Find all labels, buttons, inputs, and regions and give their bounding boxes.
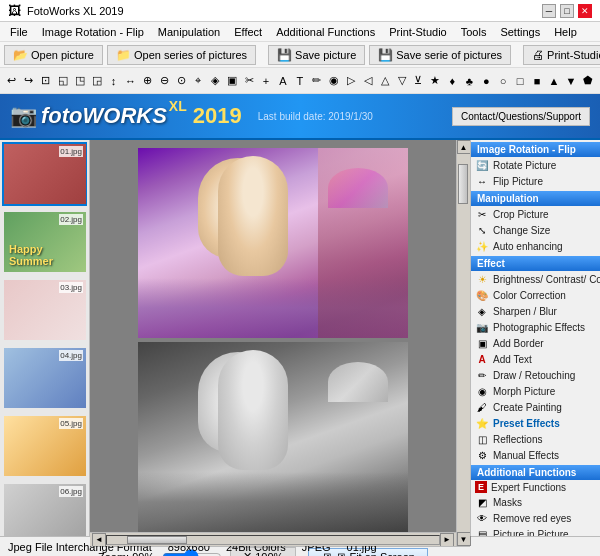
sharpen-blur-item[interactable]: ◈ Sharpen / Blur bbox=[471, 303, 600, 319]
tool-34[interactable]: ▼ bbox=[563, 71, 579, 91]
brightness-item[interactable]: ☀ Brightness/ Contrast/ Color bbox=[471, 271, 600, 287]
save-picture-button[interactable]: 💾 Save picture bbox=[268, 45, 365, 65]
create-painting-item[interactable]: 🖌 Create Painting bbox=[471, 399, 600, 415]
contact-button[interactable]: Contact/Questions/Support bbox=[452, 107, 590, 126]
tool-21[interactable]: ▷ bbox=[343, 71, 359, 91]
thumb-item-2[interactable]: HappySummer 02.jpg bbox=[2, 210, 87, 274]
titlebar-title-area: 🖼 FotoWorks XL 2019 bbox=[8, 3, 124, 18]
tool-9[interactable]: ⊕ bbox=[140, 71, 156, 91]
tool-13[interactable]: ◈ bbox=[207, 71, 223, 91]
tool-16[interactable]: + bbox=[258, 71, 274, 91]
morph-picture-item[interactable]: ◉ Morph Picture bbox=[471, 383, 600, 399]
tool-20[interactable]: ◉ bbox=[326, 71, 342, 91]
thumb-item-4[interactable]: 04.jpg bbox=[2, 346, 87, 410]
remove-red-eyes-item[interactable]: 👁 Remove red eyes bbox=[471, 510, 600, 526]
vscroll-up-arrow[interactable]: ▲ bbox=[457, 140, 471, 154]
menu-print[interactable]: Print-Studio bbox=[383, 24, 452, 40]
add-border-item[interactable]: ▣ Add Border bbox=[471, 335, 600, 351]
hscroll-thumb[interactable] bbox=[127, 536, 187, 544]
menu-tools[interactable]: Tools bbox=[455, 24, 493, 40]
tool-19[interactable]: ✏ bbox=[309, 71, 325, 91]
tool-10[interactable]: ⊖ bbox=[156, 71, 172, 91]
tool-12[interactable]: ⌖ bbox=[190, 71, 206, 91]
tool-5[interactable]: ◳ bbox=[72, 71, 88, 91]
menu-manipulation[interactable]: Manipulation bbox=[152, 24, 226, 40]
thumb-item-1[interactable]: 01.jpg bbox=[2, 142, 87, 206]
tool-3[interactable]: ⊡ bbox=[38, 71, 54, 91]
redo-icon-btn[interactable]: ↪ bbox=[21, 71, 37, 91]
tool-24[interactable]: ▽ bbox=[394, 71, 410, 91]
vscroll-track[interactable] bbox=[458, 154, 470, 532]
tool-8[interactable]: ↔ bbox=[123, 71, 139, 91]
manual-effects-label: Manual Effects bbox=[493, 450, 559, 461]
add-text-item[interactable]: A Add Text bbox=[471, 351, 600, 367]
menu-settings[interactable]: Settings bbox=[494, 24, 546, 40]
tool-25[interactable]: ⊻ bbox=[411, 71, 427, 91]
horizontal-scrollbar[interactable]: ◄ ► bbox=[90, 532, 456, 546]
vertical-scrollbar[interactable]: ▲ ▼ bbox=[456, 140, 470, 546]
tool-35[interactable]: ⬟ bbox=[580, 71, 596, 91]
tool-4[interactable]: ◱ bbox=[55, 71, 71, 91]
thumb-item-3[interactable]: 03.jpg bbox=[2, 278, 87, 342]
tool-23[interactable]: △ bbox=[377, 71, 393, 91]
close-button[interactable]: ✕ bbox=[578, 4, 592, 18]
menu-additional[interactable]: Additional Functions bbox=[270, 24, 381, 40]
tool-15[interactable]: ✂ bbox=[241, 71, 257, 91]
menu-rotation[interactable]: Image Rotation - Flip bbox=[36, 24, 150, 40]
resize-icon: ⤡ bbox=[475, 223, 489, 237]
auto-enhancing-item[interactable]: ✨ Auto enhancing bbox=[471, 238, 600, 254]
masks-item[interactable]: ◩ Masks bbox=[471, 494, 600, 510]
expert-functions-item[interactable]: E Expert Functions bbox=[471, 480, 600, 494]
open-picture-button[interactable]: 📂 Open picture bbox=[4, 45, 103, 65]
draw-retouching-item[interactable]: ✏ Draw / Retouching bbox=[471, 367, 600, 383]
tool-17[interactable]: A bbox=[275, 71, 291, 91]
menu-file[interactable]: File bbox=[4, 24, 34, 40]
print-studio-button[interactable]: 🖨 Print-Studio bbox=[523, 45, 600, 65]
tool-7[interactable]: ↕ bbox=[106, 71, 122, 91]
open-series-button[interactable]: 📁 Open series of pictures bbox=[107, 45, 256, 65]
tool-30[interactable]: ○ bbox=[495, 71, 511, 91]
tool-31[interactable]: □ bbox=[512, 71, 528, 91]
tool-32[interactable]: ■ bbox=[529, 71, 545, 91]
rotate-picture-item[interactable]: 🔄 Rotate Picture bbox=[471, 157, 600, 173]
preset-effects-item[interactable]: ⭐ Preset Effects bbox=[471, 415, 600, 431]
menu-help[interactable]: Help bbox=[548, 24, 583, 40]
reflections-item[interactable]: ◫ Reflections bbox=[471, 431, 600, 447]
tool-26[interactable]: ★ bbox=[427, 71, 443, 91]
reflections-icon: ◫ bbox=[475, 432, 489, 446]
tool-11[interactable]: ⊙ bbox=[173, 71, 189, 91]
thumb-item-5[interactable]: 05.jpg bbox=[2, 414, 87, 478]
bw-photo bbox=[138, 342, 408, 532]
tool-33[interactable]: ▲ bbox=[546, 71, 562, 91]
vscroll-thumb[interactable] bbox=[458, 164, 468, 204]
tool-14[interactable]: ▣ bbox=[224, 71, 240, 91]
reflections-label: Reflections bbox=[493, 434, 542, 445]
hscroll-left-arrow[interactable]: ◄ bbox=[92, 533, 106, 547]
photographic-effects-label: Photographic Effects bbox=[493, 322, 585, 333]
flip-picture-item[interactable]: ↔ Flip Picture bbox=[471, 173, 600, 189]
brightness-icon: ☀ bbox=[475, 272, 489, 286]
picture-in-picture-item[interactable]: ▤ Picture in Picture bbox=[471, 526, 600, 536]
save-serie-button[interactable]: 💾 Save serie of pictures bbox=[369, 45, 511, 65]
tool-29[interactable]: ● bbox=[478, 71, 494, 91]
maximize-button[interactable]: □ bbox=[560, 4, 574, 18]
hscroll-right-arrow[interactable]: ► bbox=[440, 533, 454, 547]
tool-6[interactable]: ◲ bbox=[89, 71, 105, 91]
crop-picture-item[interactable]: ✂ Crop Picture bbox=[471, 206, 600, 222]
menu-effect[interactable]: Effect bbox=[228, 24, 268, 40]
vscroll-down-arrow[interactable]: ▼ bbox=[457, 532, 471, 546]
manual-effects-item[interactable]: ⚙ Manual Effects bbox=[471, 447, 600, 463]
color-correction-item[interactable]: 🎨 Color Correction bbox=[471, 287, 600, 303]
auto-enhance-icon: ✨ bbox=[475, 239, 489, 253]
photographic-effects-item[interactable]: 📷 Photographic Effects bbox=[471, 319, 600, 335]
minimize-button[interactable]: ─ bbox=[542, 4, 556, 18]
tool-27[interactable]: ♦ bbox=[444, 71, 460, 91]
tool-28[interactable]: ♣ bbox=[461, 71, 477, 91]
canvas-area[interactable]: ◄ ► bbox=[90, 140, 456, 546]
undo-icon-btn[interactable]: ↩ bbox=[4, 71, 20, 91]
tool-22[interactable]: ◁ bbox=[360, 71, 376, 91]
tool-18[interactable]: T bbox=[292, 71, 308, 91]
thumb-item-6[interactable]: 06.jpg bbox=[2, 482, 87, 536]
hscroll-track[interactable] bbox=[106, 535, 440, 545]
change-size-item[interactable]: ⤡ Change Size bbox=[471, 222, 600, 238]
